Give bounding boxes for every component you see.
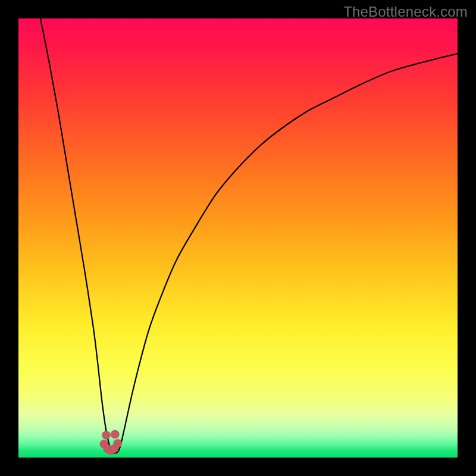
plot-area [18, 18, 458, 458]
trough-marker [102, 431, 110, 439]
bottleneck-curve [40, 18, 458, 453]
trough-marker [114, 439, 122, 447]
trough-marker [111, 430, 119, 439]
watermark-label: TheBottleneck.com [343, 4, 468, 20]
chart-frame: TheBottleneck.com [0, 0, 476, 476]
chart-svg [18, 18, 458, 458]
